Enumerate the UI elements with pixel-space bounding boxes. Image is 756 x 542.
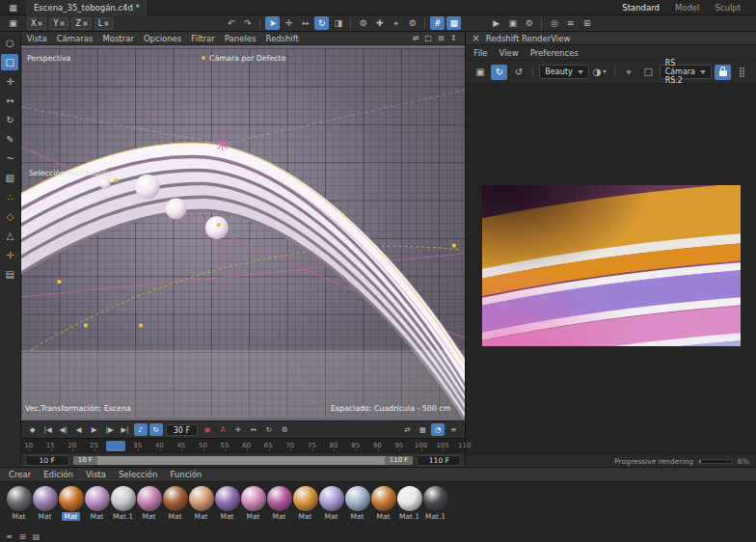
material-item[interactable]: Mat [84, 486, 110, 521]
lock-camera-icon[interactable] [715, 65, 731, 80]
workplane-mode-icon[interactable]: ▤ [1, 266, 18, 283]
quad-view-icon[interactable]: ⊞ [435, 33, 446, 43]
tweak-mode-icon[interactable]: ✚ [372, 16, 387, 30]
material-item[interactable]: Mat [136, 486, 162, 521]
material-item[interactable]: Mat [318, 486, 344, 521]
sync-views-icon[interactable]: ⇄ [410, 33, 421, 43]
zoom-tool-icon[interactable]: ○ [1, 35, 18, 51]
layout-standard[interactable]: Standard [622, 3, 660, 13]
material-item[interactable]: Mat.1 [422, 486, 448, 521]
coord-system-toggle[interactable]: L [94, 17, 113, 30]
shelf-list-view-icon[interactable]: ≡ [4, 531, 14, 541]
sphere-object[interactable] [165, 199, 186, 220]
polygons-mode-icon[interactable]: △ [1, 228, 18, 244]
sphere-object[interactable] [205, 216, 229, 239]
previous-frame-icon[interactable]: ◀ [72, 423, 86, 436]
range-end-field[interactable]: 110 F [417, 455, 461, 466]
material-sphere[interactable] [423, 486, 448, 511]
material-sphere[interactable] [59, 486, 84, 511]
material-sphere[interactable] [7, 486, 32, 511]
material-item[interactable]: Mat [32, 486, 58, 521]
undo-icon[interactable]: ↶ [224, 16, 238, 30]
frame-rate-icon[interactable]: ▦ [416, 423, 429, 436]
play-sound-icon[interactable]: ♪ [134, 423, 148, 436]
region-render-icon[interactable]: ⌖ [621, 65, 637, 80]
refresh-render-icon[interactable]: ↺ [510, 65, 526, 80]
stopwatch-icon[interactable]: ◔ [431, 423, 445, 436]
last-tool-icon[interactable]: ◨ [331, 16, 345, 30]
settings-icon[interactable]: ⚙ [405, 16, 419, 30]
viewport-menu-mostrar[interactable]: Mostrar [102, 34, 134, 43]
render-to-picture-viewer-icon[interactable]: ▣ [505, 16, 520, 30]
material-sphere[interactable] [371, 486, 396, 511]
rectangle-selection-icon[interactable]: □ [1, 54, 18, 70]
snapshot-grid-icon[interactable]: ⣿ [734, 65, 750, 80]
timeline-options-icon[interactable]: ≡ [446, 423, 460, 436]
pass-select[interactable]: Beauty [539, 65, 588, 79]
snap-toggle-icon[interactable]: # [430, 16, 445, 30]
move-tool-icon[interactable]: ✛ [1, 73, 18, 90]
material-item[interactable]: Mat.1 [396, 486, 422, 521]
render-settings-icon[interactable]: ⚙ [522, 16, 536, 30]
goto-end-icon[interactable]: ▶| [119, 423, 132, 436]
key-position-icon[interactable]: ✛ [231, 423, 245, 436]
material-item[interactable]: Mat [6, 486, 32, 521]
playback-mode-icon[interactable]: ⇄ [400, 423, 414, 436]
material-sphere[interactable] [85, 486, 110, 511]
renderview-menu-file[interactable]: File [473, 48, 487, 58]
render-region-icon[interactable]: ⊞ [580, 16, 594, 30]
material-sphere[interactable] [293, 486, 318, 511]
renderview-menu-view[interactable]: View [500, 48, 519, 58]
key-parameters-icon[interactable]: ⚙ [278, 423, 291, 436]
material-menu-seleccion[interactable]: Selección [119, 470, 158, 479]
material-sphere[interactable] [345, 486, 370, 511]
material-sphere[interactable] [215, 486, 240, 511]
axis-mode-icon[interactable]: ✛ [1, 247, 18, 263]
material-sphere[interactable] [319, 486, 344, 511]
key-scale-icon[interactable]: ↔ [247, 423, 260, 436]
material-menu-vista[interactable]: Vista [86, 470, 106, 479]
material-menu-funcion[interactable]: Función [170, 470, 202, 479]
material-item[interactable]: Mat [292, 486, 318, 521]
move-tool-icon[interactable]: ✛ [282, 16, 296, 30]
material-sphere[interactable] [241, 486, 266, 511]
sphere-object[interactable] [98, 177, 110, 189]
timeline-ruler[interactable]: 1015202530354045505560657075808590951001… [21, 438, 466, 452]
material-sphere[interactable] [267, 486, 292, 511]
extrude-tool-icon[interactable]: ▧ [1, 170, 18, 186]
single-view-icon[interactable]: □ [422, 33, 434, 43]
pen-tool-icon[interactable]: ✎ [1, 131, 18, 148]
material-item[interactable]: Mat [266, 486, 292, 521]
layout-model[interactable]: Model [675, 3, 700, 13]
autokey-icon[interactable]: A [216, 423, 230, 436]
rotate-tool-icon[interactable]: ↻ [314, 16, 329, 30]
next-frame-icon[interactable]: |▶ [103, 423, 117, 436]
material-menu-edicion[interactable]: Edición [43, 470, 73, 479]
loop-playback-icon[interactable]: ↻ [149, 423, 163, 436]
redo-icon[interactable]: ↷ [240, 16, 255, 30]
material-item[interactable]: Mat [370, 486, 396, 521]
timeline-playhead[interactable] [106, 441, 125, 451]
display-gamma-icon[interactable]: ◑ [592, 65, 608, 80]
scale-tool-icon[interactable]: ↔ [1, 93, 18, 109]
material-sphere[interactable] [111, 486, 136, 511]
material-sphere[interactable] [397, 486, 422, 511]
points-mode-icon[interactable]: ∴ [1, 189, 18, 205]
viewport-menu-opciones[interactable]: Opciones [144, 34, 181, 43]
measure-tool-icon[interactable]: ⌖ [389, 16, 403, 30]
renderview-canvas[interactable] [466, 84, 756, 454]
range-start-field[interactable]: 10 F [25, 455, 69, 466]
spline-tool-icon[interactable]: ~ [1, 150, 18, 167]
render-view-icon[interactable]: ▶ [489, 16, 503, 30]
rotate-tool-icon[interactable]: ↻ [1, 112, 18, 128]
current-frame-field[interactable]: 30 F [166, 424, 198, 436]
axis-toggle-x[interactable]: X [27, 17, 46, 30]
material-sphere[interactable] [33, 486, 58, 511]
key-rotation-icon[interactable]: ↻ [262, 423, 276, 436]
app-menu-icon[interactable]: ▦ [6, 1, 20, 14]
range-start-handle[interactable]: 10 F [73, 456, 97, 465]
interactive-render-icon[interactable]: ◎ [547, 16, 561, 30]
range-end-handle[interactable]: 110 F [385, 456, 414, 465]
play-forwards-icon[interactable]: ▶ [88, 423, 101, 436]
viewport[interactable]: Perspectiva Cámara por Defecto Selección… [21, 45, 466, 420]
